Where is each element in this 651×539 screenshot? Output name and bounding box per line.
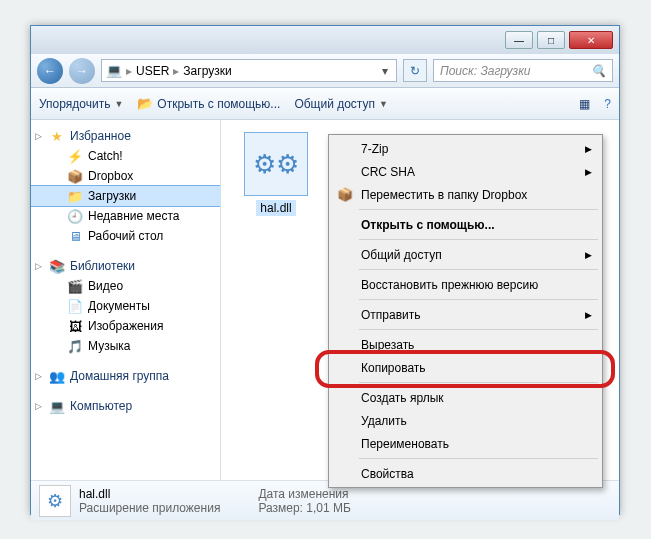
gear-icon: ⚙ — [47, 490, 63, 512]
tree-item-images[interactable]: 🖼Изображения — [31, 316, 220, 336]
status-filetype: Расширение приложения — [79, 501, 220, 515]
tree-label: Компьютер — [70, 399, 132, 413]
open-with-button[interactable]: 📂 Открыть с помощью... — [137, 96, 280, 112]
toolbar: Упорядочить ▼ 📂 Открыть с помощью... Общ… — [31, 88, 619, 120]
tree-favorites[interactable]: ▷★Избранное — [31, 126, 220, 146]
breadcrumb-sep: ▸ — [126, 64, 132, 78]
submenu-arrow-icon: ▶ — [585, 250, 592, 260]
open-icon: 📂 — [137, 96, 153, 112]
tree-item-dropbox[interactable]: 📦Dropbox — [31, 166, 220, 186]
menu-item[interactable]: 7-Zip▶ — [331, 137, 600, 160]
back-button[interactable]: ← — [37, 58, 63, 84]
menu-item-label: Вырезать — [361, 338, 414, 352]
menu-separator — [359, 329, 598, 330]
tree-item-recent[interactable]: 🕘Недавние места — [31, 206, 220, 226]
nav-row: ← → 💻 ▸ USER ▸ Загрузки ▾ ↻ Поиск: Загру… — [31, 54, 619, 88]
maximize-button[interactable]: □ — [537, 31, 565, 49]
menu-item[interactable]: Свойства — [331, 462, 600, 485]
desktop-icon: 🖥 — [67, 228, 83, 244]
menu-item-label: Общий доступ — [361, 248, 442, 262]
tree-item-downloads[interactable]: 📁Загрузки — [31, 186, 220, 206]
tree-label: Рабочий стол — [88, 229, 163, 243]
refresh-button[interactable]: ↻ — [403, 59, 427, 82]
search-input[interactable]: Поиск: Загрузки 🔍 — [433, 59, 613, 82]
library-icon: 📚 — [49, 258, 65, 274]
menu-separator — [359, 209, 598, 210]
menu-item[interactable]: Переименовать — [331, 432, 600, 455]
submenu-arrow-icon: ▶ — [585, 144, 592, 154]
tree-label: Музыка — [88, 339, 130, 353]
submenu-arrow-icon: ▶ — [585, 167, 592, 177]
help-button[interactable]: ? — [604, 97, 611, 111]
status-meta: hal.dll Расширение приложения — [79, 487, 220, 515]
menu-item-icon: 📦 — [337, 187, 353, 202]
menu-separator — [359, 269, 598, 270]
organize-button[interactable]: Упорядочить ▼ — [39, 97, 123, 111]
search-icon: 🔍 — [591, 64, 606, 78]
tree-item-music[interactable]: 🎵Музыка — [31, 336, 220, 356]
menu-item[interactable]: Открыть с помощью... — [331, 213, 600, 236]
tree-label: Документы — [88, 299, 150, 313]
tree-label: Dropbox — [88, 169, 133, 183]
search-placeholder: Поиск: Загрузки — [440, 64, 531, 78]
document-icon: 📄 — [67, 298, 83, 314]
tree-label: Загрузки — [88, 189, 136, 203]
menu-item[interactable]: Общий доступ▶ — [331, 243, 600, 266]
chevron-down-icon: ▼ — [114, 99, 123, 109]
context-menu: 7-Zip▶CRC SHA▶📦Переместить в папку Dropb… — [328, 134, 603, 488]
breadcrumb-sep: ▸ — [173, 64, 179, 78]
tree-label: Домашняя группа — [70, 369, 169, 383]
tree-computer[interactable]: ▷💻Компьютер — [31, 396, 220, 416]
menu-separator — [359, 382, 598, 383]
tree-item-catch[interactable]: ⚡Catch! — [31, 146, 220, 166]
forward-button[interactable]: → — [69, 58, 95, 84]
file-item[interactable]: ⚙⚙ hal.dll — [233, 132, 319, 216]
address-bar[interactable]: 💻 ▸ USER ▸ Загрузки ▾ — [101, 59, 397, 82]
gear-icon: ⚙⚙ — [253, 149, 299, 180]
dropbox-icon: 📦 — [67, 168, 83, 184]
star-icon: ★ — [49, 128, 65, 144]
view-button[interactable]: ▦ — [579, 97, 590, 111]
menu-item[interactable]: CRC SHA▶ — [331, 160, 600, 183]
menu-item-label: Отправить — [361, 308, 421, 322]
tree-item-video[interactable]: 🎬Видео — [31, 276, 220, 296]
menu-item[interactable]: Вырезать — [331, 333, 600, 356]
breadcrumb-part[interactable]: Загрузки — [183, 64, 231, 78]
menu-separator — [359, 458, 598, 459]
menu-separator — [359, 239, 598, 240]
tree-label: Catch! — [88, 149, 123, 163]
music-icon: 🎵 — [67, 338, 83, 354]
status-filename: hal.dll — [79, 487, 220, 501]
minimize-button[interactable]: — — [505, 31, 533, 49]
nav-tree: ▷★Избранное ⚡Catch! 📦Dropbox 📁Загрузки 🕘… — [31, 120, 221, 480]
tree-item-desktop[interactable]: 🖥Рабочий стол — [31, 226, 220, 246]
tree-homegroup[interactable]: ▷👥Домашняя группа — [31, 366, 220, 386]
menu-item-label: Удалить — [361, 414, 407, 428]
tree-libraries[interactable]: ▷📚Библиотеки — [31, 256, 220, 276]
tree-label: Видео — [88, 279, 123, 293]
close-button[interactable]: ✕ — [569, 31, 613, 49]
computer-icon: 💻 — [49, 398, 65, 414]
menu-item-label: Переименовать — [361, 437, 449, 451]
share-button[interactable]: Общий доступ ▼ — [294, 97, 388, 111]
menu-item[interactable]: Копировать — [331, 356, 600, 379]
status-extra: Дата изменения Размер: 1,01 МБ — [258, 487, 350, 515]
menu-item-label: Восстановить прежнюю версию — [361, 278, 538, 292]
menu-separator — [359, 299, 598, 300]
file-thumbnail: ⚙⚙ — [244, 132, 308, 196]
tree-item-documents[interactable]: 📄Документы — [31, 296, 220, 316]
menu-item[interactable]: Восстановить прежнюю версию — [331, 273, 600, 296]
catch-icon: ⚡ — [67, 148, 83, 164]
menu-item[interactable]: 📦Переместить в папку Dropbox — [331, 183, 600, 206]
menu-item[interactable]: Создать ярлык — [331, 386, 600, 409]
menu-item-label: Копировать — [361, 361, 426, 375]
menu-item-label: 7-Zip — [361, 142, 388, 156]
menu-item-label: Свойства — [361, 467, 414, 481]
breadcrumb-part[interactable]: USER — [136, 64, 169, 78]
tree-label: Избранное — [70, 129, 131, 143]
address-dropdown-icon[interactable]: ▾ — [378, 64, 392, 78]
status-size-label: Размер: — [258, 501, 303, 515]
menu-item[interactable]: Отправить▶ — [331, 303, 600, 326]
menu-item[interactable]: Удалить — [331, 409, 600, 432]
titlebar: — □ ✕ — [31, 26, 619, 54]
